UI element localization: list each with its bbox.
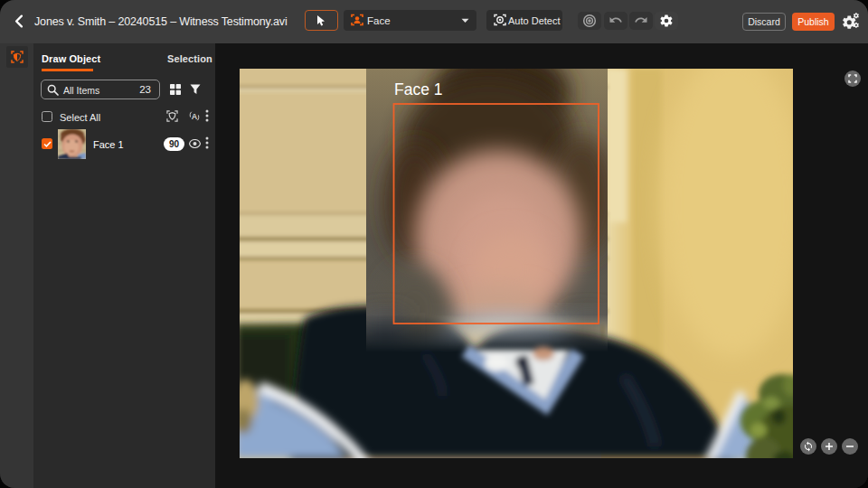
svg-text:A: A	[192, 112, 198, 121]
svg-text:Face 1: Face 1	[394, 80, 443, 99]
